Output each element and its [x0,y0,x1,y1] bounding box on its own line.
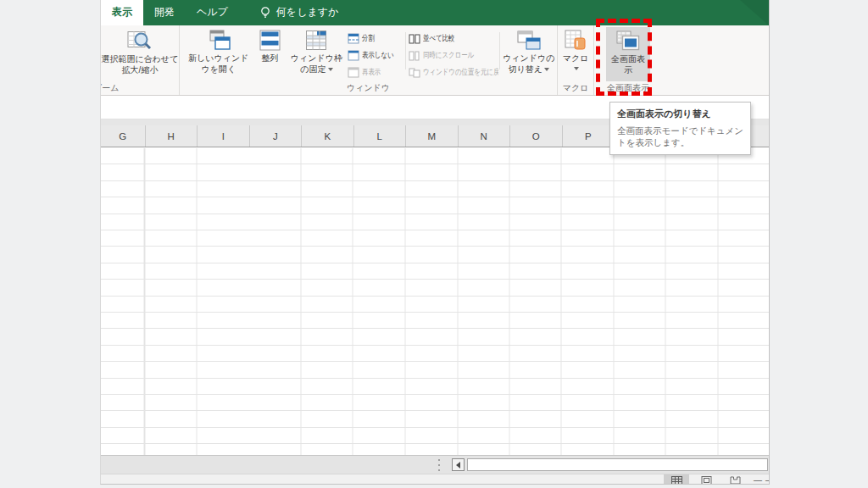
column-header[interactable]: M [406,125,459,147]
reset-window-position-icon [409,68,420,78]
column-header[interactable]: O [510,125,563,147]
group-inner-separator [499,32,500,69]
ribbon-group-window: 新しいウィンドウを開く 整列 [180,25,558,95]
switch-windows-button[interactable]: ウィンドウの切り替え [501,27,557,81]
column-header[interactable]: G [101,125,146,147]
split-button[interactable]: 分割 [346,31,404,46]
split-icon [348,33,359,44]
zoom-to-selection-button[interactable]: 選択範囲に合わせて拡大/縮小 [101,27,179,81]
arrange-all-button[interactable]: 整列 [253,27,288,81]
fullscreen-tooltip: 全画面表示の切り替え 全画面表示モードでドキュメントを表示します。 [609,102,751,155]
zoom-to-selection-label: 選択範囲に合わせて拡大/縮小 [101,54,179,75]
synchronous-scrolling-label: 同時にスクロール [423,50,474,61]
tooltip-title: 全画面表示の切り替え [617,108,743,120]
zoom-to-selection-icon [127,30,153,53]
freeze-panes-button[interactable]: ウィンドウ枠の固定 [287,27,345,81]
new-window-icon [206,30,231,52]
column-header[interactable]: N [459,125,511,147]
switch-windows-icon [516,30,542,52]
tell-me-label: 何をしますか [276,5,338,19]
ribbon-group-macro: マクロ マクロ [558,25,594,95]
tooltip-body: 全画面表示モードでドキュメントを表示します。 [617,125,743,148]
new-window-label: 新しいウィンドウを開く [185,53,253,75]
page-break-preview-button[interactable] [723,474,747,485]
ribbon-empty-space [662,25,769,95]
fullscreen-label: 全画面表示 [610,53,646,75]
excel-window: 表示 開発 ヘルプ 何をしますか [100,0,770,485]
arrange-all-label: 整列 [261,53,278,64]
dropdown-chevron-icon [544,68,549,71]
hide-button[interactable]: 表示しない [346,48,404,63]
column-header[interactable]: J [250,125,303,147]
zoom-slider-track[interactable]: – [765,475,770,485]
normal-view-button[interactable] [664,474,689,485]
macros-button[interactable]: マクロ [558,27,593,81]
view-side-by-side-button[interactable]: 並べて比較 [407,31,498,46]
split-hide-column: 分割 表示しない [346,27,404,81]
synchronous-scrolling-icon [409,51,420,61]
normal-view-icon [671,476,682,485]
scrollbar-thumb[interactable] [467,458,768,471]
freeze-panes-label: ウィンドウ枠の固定 [287,53,345,75]
arrange-all-icon [259,30,281,52]
tab-view[interactable]: 表示 [101,0,143,25]
macros-icon [565,30,587,52]
dropdown-chevron-icon [328,68,333,71]
view-side-by-side-icon [409,34,420,44]
new-window-button[interactable]: 新しいウィンドウを開く [185,27,253,81]
spreadsheet-grid[interactable] [101,148,769,455]
dropdown-chevron-icon [574,67,579,70]
ribbon: 選択範囲に合わせて拡大/縮小 ズーム 新しいウィンドウ [101,25,769,96]
page-layout-view-button[interactable] [694,474,718,485]
column-header[interactable]: L [354,125,407,147]
zoom-out-button[interactable]: — [754,475,762,485]
tell-me-box[interactable]: 何をしますか [251,0,347,25]
group-label-fullscreen: 全画面表示 [594,82,662,94]
scroll-left-button[interactable] [452,458,465,471]
page-break-preview-icon [730,476,741,485]
switch-windows-label: ウィンドウの切り替え [501,53,557,75]
column-header[interactable]: P [563,125,615,147]
compare-column: 並べて比較 同時にスクロール [407,27,498,81]
freeze-panes-icon [305,30,327,52]
tab-developer[interactable]: 開発 [143,0,186,25]
page-layout-icon [701,476,712,485]
synchronous-scrolling-button[interactable]: 同時にスクロール [407,48,498,63]
fullscreen-icon [616,30,640,51]
left-arrow-icon [456,462,460,469]
ribbon-group-zoom: 選択範囲に合わせて拡大/縮小 ズーム [101,25,180,95]
corner-decoration [740,0,769,25]
reset-window-position-button[interactable]: ウィンドウの位置を元に戻す [407,65,498,80]
status-bar: — – [101,474,769,485]
horizontal-scrollbar [101,455,769,474]
ribbon-tab-bar: 表示 開発 ヘルプ 何をしますか [101,0,769,25]
unhide-button[interactable]: 再表示 [346,65,404,80]
group-label-zoom: ズーム [100,82,171,94]
column-header[interactable]: K [302,125,354,147]
group-inner-separator [405,32,406,69]
ribbon-group-fullscreen: 全画面表示 全画面表示 [594,25,662,95]
group-label-macro: マクロ [558,82,593,94]
unhide-icon [348,67,359,78]
column-header[interactable]: H [146,125,198,147]
lightbulb-icon [259,6,271,19]
unhide-label: 再表示 [362,67,381,78]
sheet-tab-resize-handle[interactable] [438,459,442,471]
tab-help[interactable]: ヘルプ [186,0,239,25]
hide-icon [348,50,359,61]
hide-label: 表示しない [362,50,394,61]
fullscreen-button[interactable]: 全画面表示 [606,27,650,81]
macros-label: マクロ [563,53,589,64]
view-side-by-side-label: 並べて比較 [423,33,454,44]
column-header[interactable]: I [198,125,250,147]
group-label-window: ウィンドウ [180,82,557,94]
split-label: 分割 [362,33,375,44]
reset-window-position-label: ウィンドウの位置を元に戻す [423,67,498,78]
